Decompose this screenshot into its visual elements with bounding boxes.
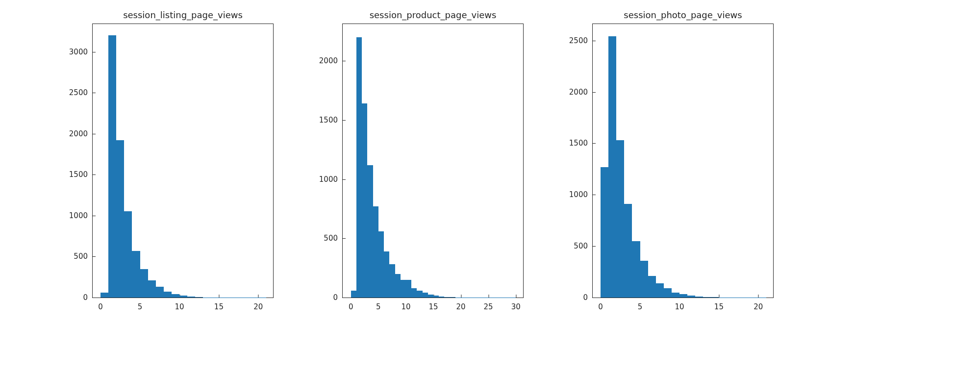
y-tick-label: 1500 — [319, 116, 338, 124]
x-tick: 0 — [98, 298, 103, 311]
histogram-bar — [417, 291, 422, 298]
histogram-bar — [624, 204, 632, 298]
y-tick: 500 — [74, 252, 93, 261]
histogram-bar — [632, 241, 640, 298]
y-tick: 1000 — [319, 175, 343, 184]
histogram-bar — [433, 296, 439, 298]
histogram-bar — [695, 297, 703, 298]
histogram-bar — [101, 293, 108, 298]
histogram-bar — [148, 280, 156, 298]
y-tick: 2000 — [569, 88, 593, 97]
histogram-bar — [384, 251, 389, 298]
x-tick: 20 — [253, 298, 263, 311]
histogram-bar — [179, 296, 187, 298]
x-tick-label: 25 — [484, 302, 493, 311]
x-tick-label: 5 — [638, 302, 643, 311]
x-tick-label: 10 — [175, 302, 184, 311]
y-tick-label: 1500 — [69, 170, 88, 179]
x-tick: 5 — [138, 298, 143, 311]
y-tick: 1500 — [69, 170, 93, 179]
y-tick-label: 500 — [574, 242, 588, 250]
x-tick-label: 20 — [754, 302, 763, 311]
y-tick: 500 — [574, 242, 593, 250]
x-tick: 0 — [349, 298, 353, 311]
histogram-bar — [428, 295, 433, 298]
histogram-bar — [389, 264, 395, 298]
chart-panel-listing: session_listing_page_views05001000150020… — [59, 10, 293, 298]
histogram-bar — [164, 292, 172, 298]
y-tick-label: 0 — [83, 293, 88, 302]
y-tick-label: 1000 — [319, 175, 338, 184]
histogram-bar — [172, 294, 179, 298]
y-tick: 2500 — [69, 88, 93, 97]
histogram-bar — [656, 283, 664, 298]
x-tick-label: 5 — [376, 302, 381, 311]
chart-panel-photo: session_photo_page_views0500100015002000… — [559, 10, 793, 298]
histogram-bar — [351, 291, 356, 298]
x-tick-label: 5 — [138, 302, 143, 311]
x-tick: 20 — [754, 298, 763, 311]
x-tick-label: 20 — [456, 302, 466, 311]
histogram-bar — [367, 165, 373, 298]
histogram-bar — [439, 297, 444, 298]
y-tick-label: 2000 — [569, 88, 588, 97]
histogram-bar — [444, 297, 450, 298]
y-tick-label: 1000 — [569, 190, 588, 199]
x-tick: 0 — [598, 298, 603, 311]
x-tick: 10 — [675, 298, 684, 311]
y-tick-label: 3000 — [69, 48, 88, 56]
histogram-bar — [401, 280, 406, 298]
x-tick: 10 — [401, 298, 410, 311]
y-tick: 3000 — [69, 48, 93, 56]
histogram-bar — [132, 251, 140, 298]
axes: 0500100015002000250005101520 — [592, 24, 774, 298]
histogram-bar — [356, 37, 362, 298]
x-tick-label: 30 — [511, 302, 521, 311]
y-tick-label: 2500 — [69, 88, 88, 97]
x-tick: 10 — [175, 298, 184, 311]
x-tick-label: 15 — [214, 302, 224, 311]
y-tick: 2000 — [319, 56, 343, 65]
axes: 0500100015002000051015202530 — [342, 24, 524, 298]
x-tick-label: 15 — [428, 302, 438, 311]
histogram-bar — [672, 293, 679, 298]
x-tick-label: 0 — [98, 302, 103, 311]
x-tick-label: 10 — [401, 302, 410, 311]
histogram-bar — [648, 276, 656, 298]
x-tick-label: 10 — [675, 302, 684, 311]
chart-title: session_photo_page_views — [592, 10, 774, 21]
histogram-bar — [378, 231, 384, 298]
histogram-bar — [203, 298, 211, 298]
histogram-bar — [616, 140, 624, 298]
y-tick-label: 2000 — [319, 56, 338, 65]
histogram-bar — [124, 211, 132, 298]
x-tick: 15 — [714, 298, 724, 311]
histogram-bar — [140, 269, 148, 298]
figure: session_listing_page_views05001000150020… — [0, 0, 980, 373]
histogram-bar — [362, 103, 367, 298]
y-tick-label: 0 — [583, 293, 588, 302]
x-tick-label: 15 — [714, 302, 724, 311]
histogram-bar — [608, 36, 616, 298]
chart-panel-product: session_product_page_views05001000150020… — [309, 10, 543, 298]
histogram-bar — [195, 297, 203, 298]
histogram-bar — [373, 206, 378, 298]
y-tick: 0 — [583, 293, 593, 302]
x-tick: 15 — [214, 298, 224, 311]
y-tick: 1000 — [569, 190, 593, 199]
x-tick: 20 — [456, 298, 466, 311]
y-tick-label: 1500 — [569, 139, 588, 148]
x-tick: 30 — [511, 298, 521, 311]
y-tick: 2000 — [69, 129, 93, 138]
y-tick: 1000 — [69, 211, 93, 220]
histogram-bar — [116, 140, 124, 298]
x-tick-label: 20 — [253, 302, 263, 311]
histogram-bar — [640, 261, 648, 298]
y-tick: 1500 — [569, 139, 593, 148]
histogram-bar — [601, 167, 608, 298]
y-tick-label: 500 — [324, 234, 338, 243]
histogram-bar — [411, 288, 417, 298]
histogram-bar — [711, 297, 719, 298]
y-tick-label: 1000 — [69, 211, 88, 220]
histogram-bar — [108, 35, 116, 298]
